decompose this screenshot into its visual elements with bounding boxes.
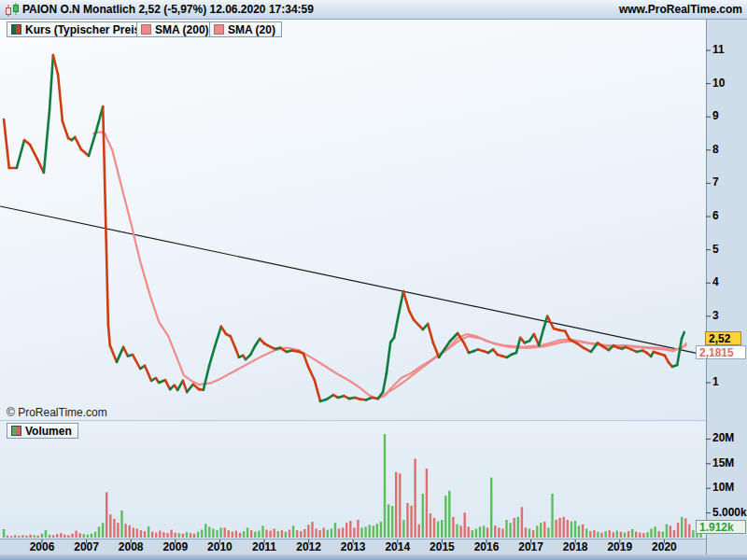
- price-tick-10: 10: [712, 77, 744, 90]
- candlestick-icon: [4, 2, 21, 18]
- volume-chart-pane[interactable]: [0, 421, 706, 539]
- year-label-2008: 2008: [112, 540, 149, 553]
- prorealtime-url[interactable]: www.ProRealTime.com: [619, 3, 742, 16]
- volume-tick-5.000k: 5.000k: [712, 506, 746, 519]
- year-label-2020: 2020: [645, 540, 683, 553]
- price-tick-5: 5: [712, 243, 744, 256]
- legend-sma200[interactable]: SMA (200): [136, 21, 216, 37]
- price-tick-8: 8: [712, 143, 744, 156]
- volume-legend-icon: [11, 426, 21, 436]
- year-label-2017: 2017: [513, 540, 550, 553]
- sma-value-badge: 2,1815: [696, 345, 746, 359]
- price-tick-1: 1: [712, 375, 744, 388]
- volume-tick-20M: 20M: [712, 431, 746, 444]
- volume-tick-15M: 15M: [712, 456, 746, 469]
- legend-volume-label: Volumen: [25, 425, 72, 438]
- bottom-edge: [0, 554, 747, 560]
- legend-sma200-label: SMA (200): [155, 23, 209, 36]
- sma200-legend-icon: [141, 24, 151, 35]
- price-tick-11: 11: [712, 43, 744, 56]
- year-label-2019: 2019: [601, 540, 639, 553]
- year-label-2007: 2007: [68, 540, 106, 553]
- prorealtime-chart-window: PAION O.N Monatlich 2,52 (-5,97%) 12.06.…: [0, 0, 747, 560]
- year-label-2006: 2006: [23, 540, 61, 553]
- copyright-text: © ProRealTime.com: [7, 406, 107, 419]
- price-legend-icon: [11, 24, 21, 35]
- legend-price[interactable]: Kurs (Typischer Preis): [7, 21, 150, 37]
- year-label-2010: 2010: [201, 540, 238, 553]
- volume-tick-10M: 10M: [712, 481, 746, 494]
- price-chart-pane[interactable]: [0, 20, 706, 421]
- legend-sma20-label: SMA (20): [228, 23, 275, 36]
- price-tick-9: 9: [712, 109, 744, 122]
- year-label-2011: 2011: [246, 540, 283, 553]
- instrument-title: PAION O.N Monatlich 2,52 (-5,97%) 12.06.…: [22, 3, 314, 16]
- title-bar: PAION O.N Monatlich 2,52 (-5,97%) 12.06.…: [0, 0, 747, 20]
- last-price-badge: 2,52: [705, 331, 741, 345]
- legend-volume[interactable]: Volumen: [7, 423, 78, 439]
- year-label-2015: 2015: [423, 540, 460, 553]
- year-label-2013: 2013: [334, 540, 372, 553]
- legend-price-label: Kurs (Typischer Preis): [25, 23, 144, 36]
- year-label-2018: 2018: [557, 540, 594, 553]
- price-tick-4: 4: [712, 275, 744, 288]
- year-label-2009: 2009: [157, 540, 194, 553]
- price-tick-3: 3: [712, 309, 744, 322]
- sma20-legend-icon: [214, 24, 224, 35]
- price-tick-6: 6: [712, 209, 744, 222]
- legend-sma20[interactable]: SMA (20): [209, 21, 282, 37]
- year-label-2016: 2016: [468, 540, 505, 553]
- year-label-2012: 2012: [290, 540, 328, 553]
- price-tick-7: 7: [712, 175, 744, 189]
- year-label-2014: 2014: [379, 540, 416, 553]
- last-volume-badge: 1.912k: [696, 520, 746, 534]
